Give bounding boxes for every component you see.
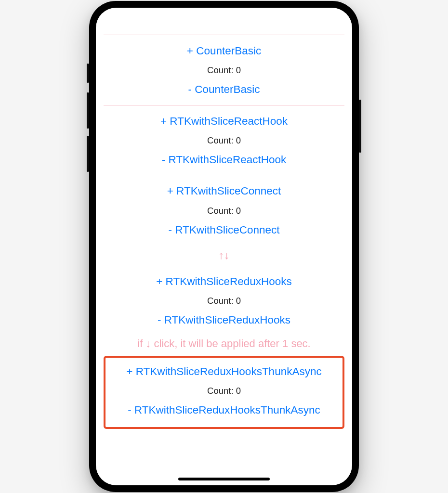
phone-frame: + CounterBasic Count: 0 - CounterBasic +…	[89, 1, 359, 492]
counter-basic-block: + CounterBasic Count: 0 - CounterBasic	[104, 35, 344, 100]
counter-basic-increment[interactable]: + CounterBasic	[104, 41, 344, 61]
counter-slice-redux-hooks-thunk-async-count: Count: 0	[107, 382, 341, 400]
counter-basic-count: Count: 0	[104, 61, 344, 79]
arrows-note: ↑↓	[104, 240, 344, 267]
counter-slice-connect-count: Count: 0	[104, 202, 344, 220]
home-indicator[interactable]	[178, 478, 270, 480]
phone-screen: + CounterBasic Count: 0 - CounterBasic +…	[96, 8, 352, 485]
counter-slice-connect-increment[interactable]: + RTKwithSliceConnect	[104, 181, 344, 201]
counter-slice-react-hook-count: Count: 0	[104, 131, 344, 150]
counter-slice-react-hook-block: + RTKwithSliceReactHook Count: 0 - RTKwi…	[104, 105, 344, 170]
mute-switch	[87, 64, 89, 83]
highlighted-async-section: + RTKwithSliceReduxHooksThunkAsync Count…	[104, 356, 344, 429]
counter-slice-redux-hooks-increment[interactable]: + RTKwithSliceReduxHooks	[104, 272, 344, 292]
counter-slice-redux-hooks-count: Count: 0	[104, 292, 344, 310]
counter-slice-connect-block: + RTKwithSliceConnect Count: 0 - RTKwith…	[104, 175, 344, 240]
status-bar-spacer	[104, 13, 344, 35]
async-note: if ↓ click, it will be applied after 1 s…	[104, 331, 344, 354]
counter-slice-connect-decrement[interactable]: - RTKwithSliceConnect	[104, 220, 344, 240]
counter-slice-redux-hooks-thunk-async-increment[interactable]: + RTKwithSliceReduxHooksThunkAsync	[107, 362, 341, 382]
volume-down-button	[87, 136, 89, 172]
counter-basic-decrement[interactable]: - CounterBasic	[104, 79, 344, 100]
counter-slice-redux-hooks-thunk-async-decrement[interactable]: - RTKwithSliceReduxHooksThunkAsync	[107, 400, 341, 420]
volume-up-button	[87, 92, 89, 129]
counter-slice-react-hook-increment[interactable]: + RTKwithSliceReactHook	[104, 111, 344, 131]
counter-slice-redux-hooks-block: + RTKwithSliceReduxHooks Count: 0 - RTKw…	[104, 272, 344, 331]
counter-slice-react-hook-decrement[interactable]: - RTKwithSliceReactHook	[104, 150, 344, 170]
counter-slice-redux-hooks-thunk-async-block: + RTKwithSliceReduxHooksThunkAsync Count…	[107, 362, 341, 421]
counter-slice-redux-hooks-decrement[interactable]: - RTKwithSliceReduxHooks	[104, 310, 344, 330]
power-button	[359, 100, 361, 153]
app-content: + CounterBasic Count: 0 - CounterBasic +…	[96, 8, 352, 485]
